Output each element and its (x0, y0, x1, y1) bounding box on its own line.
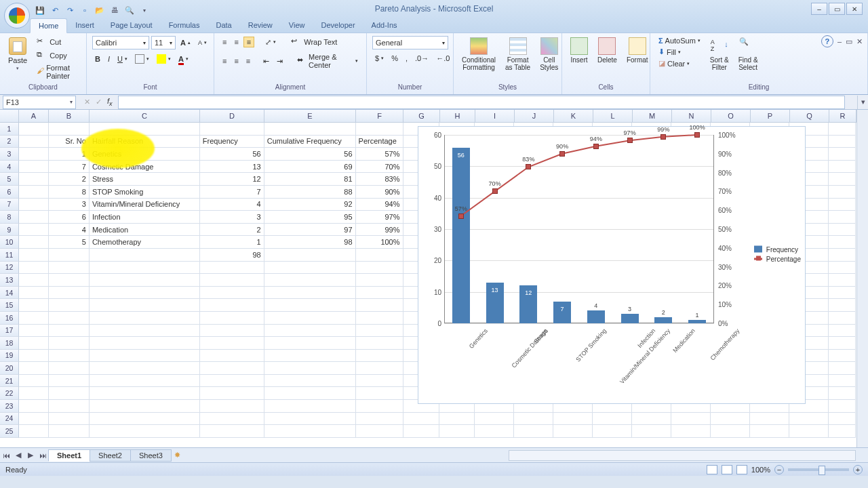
row-head-14[interactable]: 14 (0, 287, 19, 300)
copy-button[interactable]: ⧉Copy (34, 49, 81, 62)
increase-indent-button[interactable]: ⇥ (274, 56, 285, 66)
col-head-N[interactable]: N (672, 110, 711, 123)
cell[interactable] (19, 249, 49, 262)
zoom-level[interactable]: 100% (751, 466, 770, 474)
cell[interactable] (439, 413, 475, 426)
cell[interactable] (19, 387, 49, 400)
cell[interactable] (475, 413, 514, 426)
cell[interactable] (90, 362, 200, 375)
row-head-9[interactable]: 9 (0, 224, 19, 237)
cell[interactable] (829, 362, 856, 375)
cell[interactable]: 2 (49, 173, 90, 186)
cell[interactable]: 99% (356, 224, 403, 237)
cell[interactable] (829, 262, 856, 274)
cell[interactable] (671, 425, 711, 438)
cell[interactable] (200, 325, 264, 338)
cell[interactable] (553, 413, 593, 426)
cell[interactable]: Medication (90, 224, 200, 237)
cell[interactable] (356, 425, 403, 438)
line-marker[interactable] (559, 151, 565, 157)
cell[interactable] (356, 299, 403, 312)
cell[interactable] (829, 274, 856, 287)
row-head-15[interactable]: 15 (0, 299, 19, 312)
cell[interactable] (829, 337, 856, 350)
cell[interactable] (19, 161, 49, 174)
cell[interactable]: 12 (200, 173, 264, 186)
cell[interactable] (200, 262, 264, 274)
line-marker[interactable] (694, 132, 700, 138)
font-size-combo[interactable]: 11▾ (151, 36, 176, 49)
cell[interactable] (356, 350, 403, 363)
cell[interactable] (19, 400, 49, 413)
cell[interactable]: STOP Smoking (90, 186, 200, 199)
formula-bar-expand-icon[interactable]: ▾ (857, 96, 868, 109)
cell[interactable]: 3 (49, 199, 90, 211)
cell[interactable] (90, 387, 200, 400)
cell[interactable] (90, 274, 200, 287)
shrink-font-button[interactable]: A▾ (195, 36, 210, 49)
cell[interactable] (356, 249, 403, 262)
font-name-combo[interactable]: Calibri▾ (92, 36, 149, 49)
bold-button[interactable]: B (92, 54, 103, 64)
cell[interactable] (90, 249, 200, 262)
cell[interactable]: 95 (264, 211, 356, 224)
cell[interactable] (19, 350, 49, 363)
cell[interactable] (593, 413, 632, 426)
qat-new-icon[interactable]: ▫ (79, 4, 91, 16)
cell[interactable] (49, 350, 90, 363)
cell[interactable] (200, 350, 264, 363)
cell[interactable] (200, 123, 264, 136)
view-pagebreak-icon[interactable] (736, 465, 747, 474)
cell[interactable]: Stress (90, 173, 200, 186)
cell[interactable] (750, 425, 789, 438)
delete-cells-button[interactable]: Delete (595, 36, 620, 65)
tab-data[interactable]: Data (208, 18, 239, 33)
format-cells-button[interactable]: Format (624, 36, 651, 65)
cell[interactable] (90, 325, 200, 338)
cell[interactable] (90, 337, 200, 350)
tab-nav-first-icon[interactable]: ⏮ (0, 449, 12, 462)
qat-undo-icon[interactable]: ↶ (49, 4, 61, 16)
cell[interactable]: 90% (356, 186, 403, 199)
cell[interactable] (19, 337, 49, 350)
formula-bar[interactable] (118, 96, 845, 109)
col-head-I[interactable]: I (475, 110, 515, 123)
line-marker[interactable] (492, 188, 498, 194)
decrease-decimal-button[interactable]: ←.0 (433, 54, 452, 63)
cell[interactable] (19, 236, 49, 249)
row-head-17[interactable]: 17 (0, 325, 19, 338)
cell[interactable] (49, 400, 90, 413)
col-head-K[interactable]: K (554, 110, 593, 123)
cell[interactable] (829, 400, 856, 413)
qat-open-icon[interactable]: 📂 (94, 4, 106, 16)
col-head-O[interactable]: O (711, 110, 751, 123)
cell[interactable]: 7 (200, 186, 264, 199)
cell[interactable] (829, 287, 856, 300)
fill-color-button[interactable]: ▾ (154, 54, 174, 64)
cell[interactable] (829, 148, 856, 161)
cell[interactable]: 7 (49, 161, 90, 174)
row-head-2[interactable]: 2 (0, 136, 19, 148)
cell[interactable] (829, 224, 856, 237)
cell[interactable] (829, 123, 856, 136)
row-head-1[interactable]: 1 (0, 123, 19, 136)
pareto-chart[interactable]: 01020304050600%10%20%30%40%50%60%70%80%9… (418, 126, 806, 404)
name-box[interactable]: F13▾ (3, 96, 76, 109)
cell[interactable] (49, 312, 90, 325)
col-head-F[interactable]: F (356, 110, 403, 123)
cell[interactable] (356, 325, 403, 338)
cell[interactable] (49, 274, 90, 287)
cell[interactable] (264, 299, 356, 312)
cell[interactable] (90, 413, 200, 426)
cell[interactable] (829, 199, 856, 211)
cell[interactable] (19, 425, 49, 438)
cell[interactable] (356, 287, 403, 300)
align-middle-button[interactable]: ≡ (231, 37, 241, 47)
cell[interactable] (829, 161, 856, 174)
row-head-4[interactable]: 4 (0, 161, 19, 174)
cell[interactable]: Vitamin/Mineral Deficiency (90, 199, 200, 211)
cell[interactable]: 94% (356, 199, 403, 211)
cell[interactable] (90, 287, 200, 300)
cell[interactable]: 1 (200, 236, 264, 249)
cell[interactable] (19, 211, 49, 224)
